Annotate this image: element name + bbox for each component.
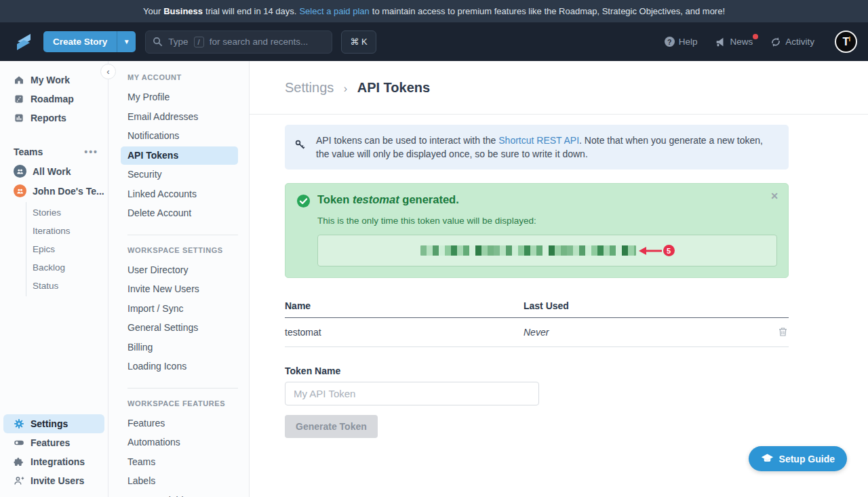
news-unread-badge	[753, 34, 758, 39]
help-label: Help	[679, 37, 698, 47]
close-icon[interactable]: ✕	[770, 191, 778, 201]
sidebar-item-iterations[interactable]: Iterations	[26, 222, 108, 240]
sidebar-item-epics[interactable]: Epics	[26, 240, 108, 258]
check-circle-icon	[296, 194, 311, 211]
body-row: ‹ My Work Roadmap Reports	[0, 61, 868, 497]
settings-nav-item-loading-icons[interactable]: Loading Icons	[121, 357, 238, 376]
teams-menu-button[interactable]: •••	[84, 146, 98, 157]
activity-menu[interactable]: Activity	[770, 37, 814, 47]
settings-nav-item-custom-fields[interactable]: Custom Fields	[121, 492, 238, 497]
table-header-row: Name Last Used	[285, 295, 789, 318]
settings-nav-item-linked-accounts[interactable]: Linked Accounts	[121, 185, 238, 204]
activity-label: Activity	[785, 37, 814, 47]
section-title-workspace-features: WORKSPACE FEATURES	[127, 399, 238, 407]
settings-nav-item-general-settings[interactable]: General Settings	[121, 319, 238, 338]
generate-token-button[interactable]: Generate Token	[285, 415, 378, 438]
section-title-my-account: MY ACCOUNT	[127, 73, 238, 81]
sidebar-item-label: Integrations	[31, 456, 85, 467]
table-row: testomat Never	[285, 318, 789, 347]
setup-guide-button[interactable]: Setup Guide	[749, 446, 847, 471]
sidebar-item-status[interactable]: Status	[26, 277, 108, 295]
content-body: API tokens can be used to interact with …	[250, 115, 868, 438]
sidebar-item-features[interactable]: Features	[3, 433, 104, 452]
sidebar-item-my-work[interactable]: My Work	[0, 71, 108, 90]
settings-nav-item-invite-new-users[interactable]: Invite New Users	[121, 280, 238, 299]
search-type-label: Type	[168, 37, 188, 47]
token-value-field: 5	[317, 235, 777, 266]
sidebar-collapse-button[interactable]: ‹	[100, 64, 116, 79]
sidebar-item-settings[interactable]: Settings	[3, 414, 104, 433]
settings-nav-item-features[interactable]: Features	[121, 414, 238, 433]
page-header: Settings › API Tokens	[250, 61, 868, 115]
shortcut-rest-api-link[interactable]: Shortcut REST API	[498, 135, 579, 146]
top-navbar: Create Story ▼ Type / for search and rec…	[0, 22, 868, 61]
sidebar-item-roadmap[interactable]: Roadmap	[0, 90, 108, 108]
delete-token-button[interactable]	[777, 326, 789, 338]
create-story-button[interactable]: Create Story	[43, 31, 117, 52]
section-title-workspace-settings: WORKSPACE SETTINGS	[127, 246, 238, 254]
divider	[127, 388, 238, 389]
settings-nav-item-import-sync[interactable]: Import / Sync	[121, 300, 238, 319]
settings-nav-item-security[interactable]: Security	[121, 165, 238, 184]
settings-nav-item-my-profile[interactable]: My Profile	[121, 88, 238, 107]
user-avatar[interactable]: T	[835, 31, 857, 53]
banner-text-mid: trial will end in 14 days.	[205, 6, 296, 16]
team-label: John Doe's Te...	[33, 186, 104, 197]
trial-banner: Your Business trial will end in 14 days.…	[0, 0, 868, 22]
create-story-dropdown-caret[interactable]: ▼	[117, 31, 136, 52]
sidebar-item-backlog[interactable]: Backlog	[26, 258, 108, 277]
banner-text-prefix: Your	[143, 6, 161, 16]
settings-nav-item-notifications[interactable]: Notifications	[121, 127, 238, 146]
token-last-used-cell: Never	[524, 327, 777, 338]
settings-nav-item-user-directory[interactable]: User Directory	[121, 261, 238, 280]
settings-nav-item-email-addresses[interactable]: Email Addresses	[121, 108, 238, 127]
shortcut-logo-icon[interactable]	[14, 32, 34, 52]
breadcrumb-separator: ›	[344, 83, 347, 94]
sidebar-item-reports[interactable]: Reports	[0, 108, 108, 127]
settings-nav-item-billing[interactable]: Billing	[121, 338, 238, 357]
news-label: News	[730, 37, 753, 47]
token-name-input[interactable]	[285, 382, 539, 405]
sidebar-item-label: Roadmap	[31, 94, 74, 104]
breadcrumb-settings-link[interactable]: Settings	[285, 80, 334, 95]
teams-header-label: Teams	[14, 146, 43, 157]
sidebar-item-label: Reports	[31, 113, 66, 123]
search-icon	[153, 37, 163, 47]
main-content: Settings › API Tokens API tokens	[250, 61, 868, 497]
puzzle-icon	[14, 456, 24, 467]
sidebar-bottom-group: Settings Features Integrations	[0, 414, 108, 490]
team-avatar	[14, 184, 26, 197]
settings-nav-item-delete-account[interactable]: Delete Account	[121, 204, 238, 223]
team-item-john-does-team[interactable]: John Doe's Te...	[0, 181, 108, 201]
settings-nav-item-labels[interactable]: Labels	[121, 472, 238, 491]
column-header-last-used: Last Used	[524, 300, 789, 311]
page-title: API Tokens	[357, 80, 430, 95]
token-name-cell: testomat	[285, 327, 524, 338]
news-menu[interactable]: News	[715, 37, 753, 47]
graduation-cap-icon	[761, 453, 774, 464]
help-menu[interactable]: ? Help	[665, 37, 698, 47]
teams-section-header: Teams •••	[0, 142, 108, 161]
tokens-table: Name Last Used testomat Never	[285, 295, 789, 347]
settings-nav-item-automations[interactable]: Automations	[121, 433, 238, 452]
sidebar-item-label: Invite Users	[31, 475, 84, 486]
success-subtext: This is the only time this token value w…	[317, 216, 777, 226]
search-input[interactable]: Type / for search and recents...	[145, 31, 332, 54]
settings-nav-item-teams[interactable]: Teams	[121, 453, 238, 472]
sidebar-item-invite-users[interactable]: Invite Users	[3, 471, 104, 490]
cmd-k-shortcut-hint[interactable]: ⌘ K	[341, 31, 376, 54]
success-title: Token testomat generated.	[317, 193, 459, 211]
setup-guide-label: Setup Guide	[779, 454, 835, 464]
api-tokens-info-box: API tokens can be used to interact with …	[285, 125, 789, 170]
team-item-all-work[interactable]: All Work	[0, 161, 108, 181]
sidebar-item-stories[interactable]: Stories	[26, 203, 108, 222]
sidebar-item-integrations[interactable]: Integrations	[3, 452, 104, 471]
breadcrumb: Settings › API Tokens	[285, 80, 430, 96]
column-header-name: Name	[285, 300, 524, 311]
settings-nav-item-api-tokens[interactable]: API Tokens	[121, 146, 238, 165]
navbar-right-group: ? Help News Activity T	[665, 31, 857, 53]
annotation-badge: 5	[663, 245, 675, 256]
search-placeholder: for search and recents...	[210, 37, 309, 47]
select-paid-plan-link[interactable]: Select a paid plan	[299, 6, 369, 16]
generate-token-form: Token Name Generate Token	[285, 365, 789, 438]
